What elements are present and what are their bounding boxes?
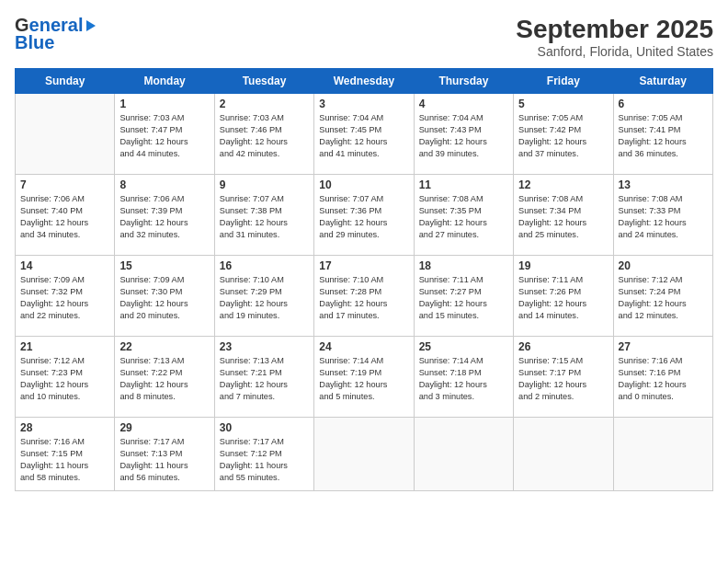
day-number: 3 [319, 98, 408, 110]
header-thursday: Thursday [414, 69, 513, 94]
calendar-cell [16, 94, 115, 175]
day-info: Sunrise: 7:11 AM Sunset: 7:27 PM Dayligh… [419, 274, 508, 322]
day-info: Sunrise: 7:08 AM Sunset: 7:35 PM Dayligh… [419, 193, 508, 241]
calendar-subtitle: Sanford, Florida, United States [516, 44, 713, 59]
day-number: 9 [220, 178, 309, 191]
logo: G eneral Blue [15, 15, 96, 53]
day-number: 5 [518, 98, 608, 110]
calendar-cell: 10Sunrise: 7:07 AM Sunset: 7:36 PM Dayli… [314, 175, 414, 256]
day-info: Sunrise: 7:14 AM Sunset: 7:19 PM Dayligh… [319, 355, 408, 403]
day-number: 12 [518, 178, 608, 191]
title-area: September 2025 Sanford, Florida, United … [516, 15, 713, 59]
calendar-cell: 14Sunrise: 7:09 AM Sunset: 7:32 PM Dayli… [16, 256, 115, 337]
page: G eneral Blue September 2025 Sanford, Fl… [0, 0, 728, 563]
calendar-cell: 23Sunrise: 7:13 AM Sunset: 7:21 PM Dayli… [214, 337, 313, 418]
day-info: Sunrise: 7:16 AM Sunset: 7:16 PM Dayligh… [619, 355, 708, 403]
day-info: Sunrise: 7:12 AM Sunset: 7:24 PM Dayligh… [619, 274, 708, 322]
weekday-header-row: Sunday Monday Tuesday Wednesday Thursday… [16, 69, 713, 94]
day-info: Sunrise: 7:17 AM Sunset: 7:12 PM Dayligh… [220, 436, 309, 484]
day-number: 8 [119, 178, 209, 191]
day-number: 20 [619, 259, 708, 272]
calendar-cell: 4Sunrise: 7:04 AM Sunset: 7:43 PM Daylig… [414, 94, 513, 175]
logo-blue-text: Blue [15, 32, 54, 53]
header-tuesday: Tuesday [214, 69, 313, 94]
day-info: Sunrise: 7:06 AM Sunset: 7:40 PM Dayligh… [20, 193, 109, 241]
day-number: 7 [20, 178, 109, 191]
calendar-cell [314, 418, 414, 491]
calendar-cell: 16Sunrise: 7:10 AM Sunset: 7:29 PM Dayli… [214, 256, 313, 337]
day-info: Sunrise: 7:03 AM Sunset: 7:47 PM Dayligh… [119, 112, 209, 160]
day-number: 26 [518, 340, 608, 353]
day-number: 10 [319, 178, 408, 191]
day-number: 21 [20, 340, 109, 353]
calendar-cell: 25Sunrise: 7:14 AM Sunset: 7:18 PM Dayli… [414, 337, 513, 418]
calendar-title: September 2025 [516, 15, 713, 44]
day-info: Sunrise: 7:14 AM Sunset: 7:18 PM Dayligh… [419, 355, 508, 403]
day-info: Sunrise: 7:13 AM Sunset: 7:22 PM Dayligh… [119, 355, 209, 403]
calendar-cell: 29Sunrise: 7:17 AM Sunset: 7:13 PM Dayli… [115, 418, 214, 491]
calendar-cell: 17Sunrise: 7:10 AM Sunset: 7:28 PM Dayli… [314, 256, 414, 337]
calendar-cell: 26Sunrise: 7:15 AM Sunset: 7:17 PM Dayli… [514, 337, 613, 418]
day-number: 27 [619, 340, 708, 353]
header-wednesday: Wednesday [314, 69, 414, 94]
day-info: Sunrise: 7:11 AM Sunset: 7:26 PM Dayligh… [518, 274, 608, 322]
day-info: Sunrise: 7:12 AM Sunset: 7:23 PM Dayligh… [20, 355, 109, 403]
day-number: 4 [419, 98, 508, 110]
day-number: 22 [119, 340, 209, 353]
calendar-cell: 11Sunrise: 7:08 AM Sunset: 7:35 PM Dayli… [414, 175, 513, 256]
day-number: 6 [619, 98, 708, 110]
day-info: Sunrise: 7:08 AM Sunset: 7:34 PM Dayligh… [518, 193, 608, 241]
day-number: 14 [20, 259, 109, 272]
day-info: Sunrise: 7:05 AM Sunset: 7:42 PM Dayligh… [518, 112, 608, 160]
calendar-week-row-1: 1Sunrise: 7:03 AM Sunset: 7:47 PM Daylig… [16, 94, 713, 175]
day-number: 16 [220, 259, 309, 272]
calendar-cell: 22Sunrise: 7:13 AM Sunset: 7:22 PM Dayli… [115, 337, 214, 418]
calendar-cell [514, 418, 613, 491]
day-number: 28 [20, 421, 109, 434]
calendar-cell [414, 418, 513, 491]
day-info: Sunrise: 7:07 AM Sunset: 7:36 PM Dayligh… [319, 193, 408, 241]
calendar-cell: 6Sunrise: 7:05 AM Sunset: 7:41 PM Daylig… [613, 94, 712, 175]
day-number: 29 [119, 421, 209, 434]
calendar-cell: 13Sunrise: 7:08 AM Sunset: 7:33 PM Dayli… [613, 175, 712, 256]
day-number: 24 [319, 340, 408, 353]
calendar-cell: 3Sunrise: 7:04 AM Sunset: 7:45 PM Daylig… [314, 94, 414, 175]
logo-triangle-icon [86, 20, 96, 31]
calendar-cell: 9Sunrise: 7:07 AM Sunset: 7:38 PM Daylig… [214, 175, 313, 256]
calendar-cell: 20Sunrise: 7:12 AM Sunset: 7:24 PM Dayli… [613, 256, 712, 337]
calendar-week-row-5: 28Sunrise: 7:16 AM Sunset: 7:15 PM Dayli… [16, 418, 713, 491]
day-info: Sunrise: 7:05 AM Sunset: 7:41 PM Dayligh… [619, 112, 708, 160]
calendar-cell [613, 418, 712, 491]
day-info: Sunrise: 7:03 AM Sunset: 7:46 PM Dayligh… [220, 112, 309, 160]
day-info: Sunrise: 7:10 AM Sunset: 7:29 PM Dayligh… [220, 274, 309, 322]
day-info: Sunrise: 7:16 AM Sunset: 7:15 PM Dayligh… [20, 436, 109, 484]
calendar-cell: 30Sunrise: 7:17 AM Sunset: 7:12 PM Dayli… [214, 418, 313, 491]
calendar-cell: 15Sunrise: 7:09 AM Sunset: 7:30 PM Dayli… [115, 256, 214, 337]
day-info: Sunrise: 7:15 AM Sunset: 7:17 PM Dayligh… [518, 355, 608, 403]
day-number: 25 [419, 340, 508, 353]
calendar-week-row-4: 21Sunrise: 7:12 AM Sunset: 7:23 PM Dayli… [16, 337, 713, 418]
calendar-cell: 27Sunrise: 7:16 AM Sunset: 7:16 PM Dayli… [613, 337, 712, 418]
day-number: 1 [119, 98, 209, 110]
day-info: Sunrise: 7:07 AM Sunset: 7:38 PM Dayligh… [220, 193, 309, 241]
day-info: Sunrise: 7:13 AM Sunset: 7:21 PM Dayligh… [220, 355, 309, 403]
calendar-cell: 19Sunrise: 7:11 AM Sunset: 7:26 PM Dayli… [514, 256, 613, 337]
day-number: 18 [419, 259, 508, 272]
calendar-cell: 5Sunrise: 7:05 AM Sunset: 7:42 PM Daylig… [514, 94, 613, 175]
day-info: Sunrise: 7:06 AM Sunset: 7:39 PM Dayligh… [119, 193, 209, 241]
day-number: 19 [518, 259, 608, 272]
day-number: 15 [119, 259, 209, 272]
day-number: 2 [220, 98, 309, 110]
calendar-table: Sunday Monday Tuesday Wednesday Thursday… [15, 68, 713, 491]
calendar-week-row-3: 14Sunrise: 7:09 AM Sunset: 7:32 PM Dayli… [16, 256, 713, 337]
calendar-cell: 21Sunrise: 7:12 AM Sunset: 7:23 PM Dayli… [16, 337, 115, 418]
calendar-cell: 8Sunrise: 7:06 AM Sunset: 7:39 PM Daylig… [115, 175, 214, 256]
day-info: Sunrise: 7:09 AM Sunset: 7:30 PM Dayligh… [119, 274, 209, 322]
day-info: Sunrise: 7:10 AM Sunset: 7:28 PM Dayligh… [319, 274, 408, 322]
day-number: 11 [419, 178, 508, 191]
calendar-cell: 1Sunrise: 7:03 AM Sunset: 7:47 PM Daylig… [115, 94, 214, 175]
day-info: Sunrise: 7:04 AM Sunset: 7:43 PM Dayligh… [419, 112, 508, 160]
calendar-cell: 28Sunrise: 7:16 AM Sunset: 7:15 PM Dayli… [16, 418, 115, 491]
day-number: 23 [220, 340, 309, 353]
day-number: 17 [319, 259, 408, 272]
